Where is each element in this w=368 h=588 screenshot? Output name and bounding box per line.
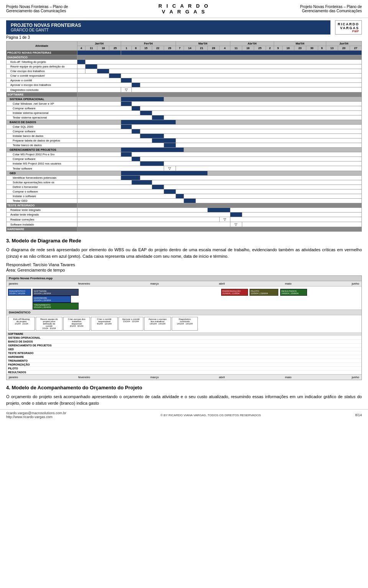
doc-title-block: PROJETO NOVAS FRONTEIRAS GRÁFICO DE GANT… bbox=[6, 20, 330, 35]
table-row: Comprar software bbox=[7, 129, 362, 134]
table-row: Comprar o software bbox=[7, 189, 362, 194]
week-2: 2 bbox=[266, 46, 274, 51]
task-name: DIAGNÓSTICO bbox=[7, 55, 77, 60]
page-number: Página 1 de 3 bbox=[6, 35, 362, 40]
table-row: Software instalado ▽ bbox=[7, 222, 362, 227]
nd-footer-abr: abril bbox=[219, 376, 225, 379]
task-name: Comprar o software bbox=[7, 189, 77, 194]
logo-line1: R I C A R D O bbox=[158, 3, 209, 9]
nd-bar-treinamento: TREINAMENTO15/1/04 | 20/4/04 bbox=[33, 303, 79, 310]
nd-section-treinamento: TREINAMENTO bbox=[7, 359, 361, 363]
week-21: 21 bbox=[196, 46, 207, 51]
task-name: Criar escopo dos trabalhos bbox=[7, 69, 77, 74]
nd-bar-diagnostico: DIAGNÓSTICO2/1/04 | 14/1/04 bbox=[8, 289, 31, 296]
table-row: Comprar software bbox=[7, 157, 362, 161]
table-row: Diagnóstico concluído ▽ bbox=[7, 87, 362, 92]
table-row: Realizar teste integrado bbox=[7, 208, 362, 212]
task-name: Comprar software bbox=[7, 157, 77, 161]
nd-header: Projeto Novas Fronteiras.mpp bbox=[7, 276, 361, 281]
month-mar: Mar'04 bbox=[176, 41, 230, 46]
nd-task-box-escopo: Criar escopo dostrabalhosdisponível 6/1/… bbox=[63, 317, 90, 331]
week-13: 13 bbox=[326, 46, 338, 51]
task-name: GED bbox=[7, 171, 77, 176]
week-25b: 25 bbox=[254, 46, 266, 51]
footer-url: http://www.ricardo-vargas.com bbox=[6, 415, 66, 419]
nd-section-teste: TESTE INTEGRADO bbox=[7, 351, 361, 355]
week-22: 22 bbox=[152, 46, 164, 51]
table-row: GED bbox=[7, 171, 362, 176]
table-row: Cotar SQL 2000 bbox=[7, 125, 362, 129]
table-row: DIAGNÓSTICO bbox=[7, 55, 362, 60]
nd-footer: janeiro fevereiro março abril maio junho bbox=[7, 374, 361, 380]
week-14: 14 bbox=[184, 46, 196, 51]
footer-page-number: 8/14 bbox=[355, 413, 362, 417]
task-name: Reunir equipe do projeto para definição … bbox=[7, 64, 77, 69]
doc-title-main: PROJETO NOVAS FRONTEIRAS bbox=[11, 23, 326, 28]
week-30: 30 bbox=[306, 46, 318, 51]
nd-timeline-header: janeiro fevereiro março abril maio junho bbox=[7, 281, 361, 287]
week-27: 27 bbox=[350, 46, 361, 51]
nd-task-box-aprovar-comite: Aprovar o comitê 13/1/04 13/1/04 bbox=[118, 317, 143, 331]
task-name: Instalar MS Project 2002 nos usuários bbox=[7, 161, 77, 166]
task-name: Diagnóstico concluído bbox=[7, 87, 77, 92]
week-28: 28 bbox=[207, 46, 219, 51]
task-name: Kick-off ! Meeting do projeto bbox=[7, 60, 77, 64]
logo-line2: V A R G A S bbox=[158, 9, 209, 15]
task-name: Identificar fornecedores potenciais bbox=[7, 176, 77, 180]
table-row: Instalar MS Project 2002 nos usuários bbox=[7, 161, 362, 166]
table-row: Cotar Windows .net Server e XP bbox=[7, 102, 362, 106]
nd-task-box-reunir: Reunir equipe doprojeto paradefinição do… bbox=[36, 317, 62, 331]
task-name: Realizar correções bbox=[7, 217, 77, 222]
task-name: PROJETO NOVAS FRONTEIRAS bbox=[7, 51, 77, 55]
responsible-label: Responsável: Tarcísio Viana Tavares bbox=[6, 262, 362, 267]
nd-section-resultados: RESULTADOS bbox=[7, 371, 361, 374]
network-diagram: Projeto Novas Fronteiras.mpp janeiro fev… bbox=[6, 275, 362, 380]
section4-heading: 4. Modelo de Acompanhamento do Orçamento… bbox=[6, 385, 362, 390]
nd-task-box-diagnostico-concluido: Diagnósticoconcluído 14/1/04 14/1/04 bbox=[172, 317, 198, 331]
week-6: 6 bbox=[318, 46, 326, 51]
logo-small-line2: VARGAS bbox=[338, 26, 359, 30]
footer-copyright: © BY RICARDO VIANA VARGAS. TODOS OS DIRE… bbox=[161, 413, 261, 417]
table-row: Aprovar o escopo dos trabalhos bbox=[7, 83, 362, 87]
table-row: Instalar sistema operacional bbox=[7, 111, 362, 115]
task-name: Testar software bbox=[7, 166, 77, 171]
activity-col-header: Atividade bbox=[7, 41, 77, 51]
table-row: Solicitar apresentações sobre os bbox=[7, 180, 362, 185]
gantt-table: Atividade Jan'04 Fev'04 Mar'04 Abr'04 Ma… bbox=[6, 41, 362, 232]
table-row: Definir o fornecedor bbox=[7, 185, 362, 189]
week-25: 25 bbox=[109, 46, 121, 51]
task-name: GERENCIAMENTO DE PROJETOS bbox=[7, 148, 77, 152]
doc-title-sub: GRÁFICO DE GANTT bbox=[11, 28, 326, 32]
task-name: Solicitar apresentações sobre os bbox=[7, 180, 77, 185]
nd-task-box-aprovar-escopo: Aprovar o escopodos trabalhos 14/1/04 14… bbox=[144, 317, 171, 331]
nd-section-ged: GED bbox=[7, 348, 361, 351]
nd-section-ger-proj: GERENCIAMENTO DE PROJETOS bbox=[7, 344, 361, 348]
table-row: Testar GED bbox=[7, 199, 362, 203]
nd-section-piloto: PILOTO bbox=[7, 367, 361, 371]
task-name: Preparar tabela de dados de projetos bbox=[7, 138, 77, 143]
nd-task-box-kickoff: Kick-off Meetingdo projeto 2/1/04 2/1/04 bbox=[8, 317, 35, 331]
task-name: Comprar software bbox=[7, 129, 77, 134]
table-row: Instalar o software bbox=[7, 194, 362, 199]
task-name: Testar banco de dados bbox=[7, 143, 77, 148]
week-11b: 11 bbox=[230, 46, 242, 51]
nd-footer-jan: janeiro bbox=[9, 376, 18, 379]
week-9: 9 bbox=[274, 46, 282, 51]
nd-top-bars: DIAGNÓSTICO2/1/04 | 14/1/04 SOFTWARE15/1… bbox=[7, 287, 361, 310]
week-18b: 18 bbox=[242, 46, 254, 51]
task-name: Cotar Windows .net Server e XP bbox=[7, 102, 77, 106]
task-name: Definir o fornecedor bbox=[7, 185, 77, 189]
week-20: 20 bbox=[338, 46, 350, 51]
month-jun: Jun'04 bbox=[326, 41, 361, 46]
footer-contact: ricardo.vargas@macrosolutions.com.br htt… bbox=[6, 411, 66, 419]
task-name: Cotar MS Project 2002 Pro e Srv bbox=[7, 152, 77, 157]
task-name: Cotar SQL 2000 bbox=[7, 125, 77, 129]
task-name: BANCO DE DADOS bbox=[7, 120, 77, 125]
logo-small-line1: RICARDO bbox=[338, 22, 359, 26]
footer-email: ricardo.vargas@macrosolutions.com.br bbox=[6, 411, 66, 415]
nd-footer-mai: maio bbox=[285, 376, 291, 379]
table-row: Aprovar o comitê bbox=[7, 78, 362, 83]
task-name: Avaliar teste integrado bbox=[7, 212, 77, 217]
table-row: Instalar banco de dados bbox=[7, 134, 362, 138]
table-row: Realizar correções ▽ bbox=[7, 217, 362, 222]
